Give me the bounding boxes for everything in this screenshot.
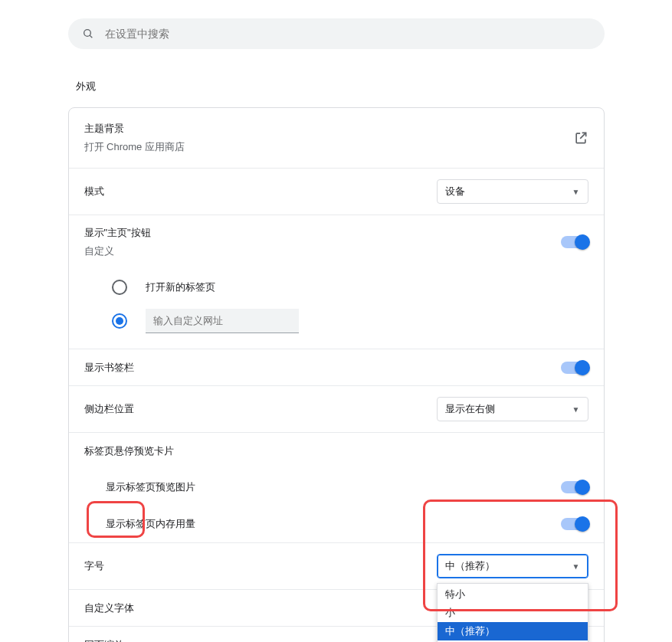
theme-title: 主题背景 bbox=[84, 122, 185, 136]
svg-line-1 bbox=[90, 35, 92, 38]
home-button-toggle[interactable] bbox=[561, 236, 588, 248]
home-button-title: 显示"主页"按钮 bbox=[84, 226, 151, 240]
sidebar-position-label: 侧边栏位置 bbox=[84, 402, 134, 416]
svg-point-0 bbox=[84, 30, 90, 37]
section-title: 外观 bbox=[76, 80, 605, 93]
mode-row: 模式 设备 ▼ bbox=[69, 168, 604, 215]
search-bar[interactable] bbox=[68, 18, 605, 49]
custom-url-input[interactable] bbox=[146, 309, 299, 333]
mode-select-value: 设备 bbox=[445, 185, 465, 198]
font-size-dropdown[interactable]: 特小小中（推荐）大特大 bbox=[437, 583, 588, 642]
font-size-option[interactable]: 中（推荐） bbox=[438, 622, 588, 640]
open-external-icon bbox=[573, 130, 588, 146]
radio-custom-url[interactable] bbox=[112, 313, 127, 329]
hover-cards-images-toggle[interactable] bbox=[561, 481, 588, 493]
hover-cards-title: 标签页悬停预览卡片 bbox=[84, 444, 174, 458]
home-button-sub: 自定义 bbox=[84, 244, 151, 258]
radio-new-tab-label: 打开新的标签页 bbox=[146, 280, 215, 294]
chevron-down-icon: ▼ bbox=[572, 562, 580, 571]
chevron-down-icon: ▼ bbox=[572, 405, 580, 414]
hover-cards-memory-toggle[interactable] bbox=[561, 518, 588, 530]
mode-select[interactable]: 设备 ▼ bbox=[437, 179, 588, 204]
sidebar-position-value: 显示在右侧 bbox=[445, 402, 495, 416]
home-button-row: 显示"主页"按钮 自定义 bbox=[69, 215, 604, 269]
appearance-card: 主题背景 打开 Chrome 应用商店 模式 设备 ▼ 显示"主页"按钮 自定义 bbox=[68, 107, 605, 642]
font-size-select[interactable]: 中（推荐） ▼ bbox=[437, 554, 588, 578]
font-size-option[interactable]: 特小 bbox=[438, 585, 588, 604]
hover-cards-row: 标签页悬停预览卡片 bbox=[69, 432, 604, 469]
radio-new-tab[interactable] bbox=[112, 280, 127, 295]
custom-fonts-label: 自定义字体 bbox=[84, 601, 134, 615]
font-size-option[interactable]: 小 bbox=[438, 604, 588, 622]
font-size-row: 字号 中（推荐） ▼ 特小小中（推荐）大特大 bbox=[69, 542, 604, 589]
mode-label: 模式 bbox=[84, 185, 104, 198]
sidebar-position-select[interactable]: 显示在右侧 ▼ bbox=[437, 397, 588, 421]
hover-cards-memory-row: 显示标签页内存用量 bbox=[69, 506, 604, 542]
hover-cards-memory-label: 显示标签页内存用量 bbox=[106, 517, 195, 531]
bookmark-bar-toggle[interactable] bbox=[561, 362, 588, 374]
home-button-radio-group: 打开新的标签页 bbox=[69, 269, 604, 349]
bookmark-bar-row: 显示书签栏 bbox=[69, 349, 604, 385]
bookmark-bar-label: 显示书签栏 bbox=[84, 361, 134, 375]
chevron-down-icon: ▼ bbox=[572, 188, 580, 196]
search-input[interactable] bbox=[105, 28, 591, 40]
page-zoom-label: 网页缩放 bbox=[84, 638, 124, 643]
hover-cards-images-row: 显示标签页预览图片 bbox=[69, 469, 604, 506]
hover-cards-images-label: 显示标签页预览图片 bbox=[106, 480, 195, 494]
theme-row[interactable]: 主题背景 打开 Chrome 应用商店 bbox=[69, 108, 604, 168]
font-size-label: 字号 bbox=[84, 559, 104, 573]
theme-sub: 打开 Chrome 应用商店 bbox=[84, 140, 185, 154]
search-icon bbox=[82, 28, 94, 40]
sidebar-position-row: 侧边栏位置 显示在右侧 ▼ bbox=[69, 385, 604, 432]
font-size-select-value: 中（推荐） bbox=[445, 559, 495, 573]
